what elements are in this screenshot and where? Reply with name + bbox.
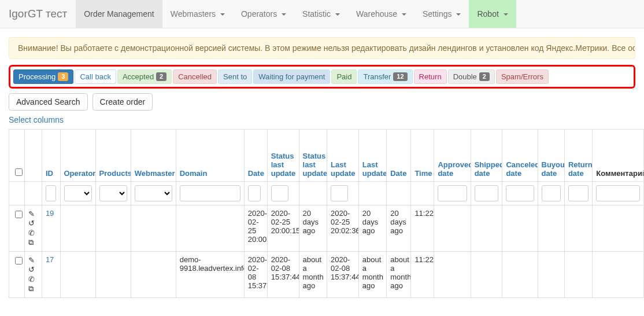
col-shipped-date[interactable]: Shipped date xyxy=(471,130,502,182)
filter-date[interactable] xyxy=(248,185,261,201)
call-icon[interactable]: ✆ xyxy=(28,275,38,284)
status-cancelled[interactable]: Cancelled xyxy=(173,69,217,84)
caret-icon xyxy=(220,13,225,16)
nav-statistic[interactable]: Statistic xyxy=(294,0,348,28)
filter-products[interactable] xyxy=(99,185,127,201)
filter-slu1[interactable] xyxy=(271,185,288,201)
badge: 12 xyxy=(393,72,407,81)
col-approved-date[interactable]: Approved date xyxy=(434,130,471,182)
col-canceled-date[interactable]: Canceled date xyxy=(502,130,538,182)
nav-webmasters[interactable]: Webmasters xyxy=(162,0,233,28)
demo-warning-alert: Внимание! Вы работаете с демонстрационно… xyxy=(9,37,635,59)
col-status-last-update1[interactable]: Status last update xyxy=(267,130,299,182)
toolbar: Advanced Search Create order xyxy=(9,93,635,111)
nav-order-management[interactable]: Order Management xyxy=(76,0,162,28)
select-all-checkbox[interactable] xyxy=(15,168,23,176)
nav-warehouse[interactable]: Warehouse xyxy=(348,0,414,28)
advanced-search-button[interactable]: Advanced Search xyxy=(9,93,88,111)
row-checkbox[interactable] xyxy=(15,257,23,264)
table-row: ✎ ↺ ✆ ⧉ 19 2020-02-25 20:00 2020-02-25 2… xyxy=(9,205,644,252)
create-order-button[interactable]: Create order xyxy=(92,93,153,111)
orders-table: ID Operator Products Webmaster Domain Da… xyxy=(9,129,644,298)
status-return[interactable]: Return xyxy=(414,69,447,84)
col-id[interactable]: ID xyxy=(42,130,60,182)
order-id-link[interactable]: 17 xyxy=(46,255,54,264)
history-icon[interactable]: ↺ xyxy=(28,219,38,227)
col-operator[interactable]: Operator xyxy=(60,130,95,182)
filter-domain[interactable] xyxy=(180,185,240,201)
order-id-link[interactable]: 19 xyxy=(46,209,54,218)
status-waiting[interactable]: Waiting for payment xyxy=(253,69,330,84)
call-icon[interactable]: ✆ xyxy=(28,229,38,237)
col-last-update1[interactable]: Last update xyxy=(327,130,358,182)
filter-id[interactable] xyxy=(46,185,56,201)
status-spam[interactable]: Spam/Errors xyxy=(496,69,549,84)
col-date[interactable]: Date xyxy=(244,130,267,182)
filter-webmaster[interactable] xyxy=(135,185,172,201)
edit-icon[interactable]: ✎ xyxy=(28,210,38,218)
select-columns-link[interactable]: Select columns xyxy=(9,115,64,124)
col-last-update2[interactable]: Last update xyxy=(358,130,386,182)
row-checkbox[interactable] xyxy=(15,211,23,218)
col-webmaster[interactable]: Webmaster xyxy=(131,130,176,182)
caret-icon xyxy=(504,13,508,16)
col-return-date[interactable]: Return date xyxy=(564,130,592,182)
top-navbar: IgorGT тест Order Management Webmasters … xyxy=(0,0,644,28)
copy-icon[interactable]: ⧉ xyxy=(28,238,38,247)
status-processing[interactable]: Processing3 xyxy=(13,69,73,84)
nav-settings[interactable]: Settings xyxy=(414,0,469,28)
col-status-last-update2[interactable]: Status last update xyxy=(299,130,327,182)
filter-comment[interactable] xyxy=(596,185,640,201)
col-domain[interactable]: Domain xyxy=(176,130,244,182)
filter-operator[interactable] xyxy=(64,185,92,201)
filter-shipped[interactable] xyxy=(475,185,499,201)
filter-lu1[interactable] xyxy=(331,185,348,201)
table-row: ✎ ↺ ✆ ⧉ 17 demo-9918.leadvertex.info 202… xyxy=(9,252,644,298)
badge: 2 xyxy=(156,72,166,81)
nav-operators[interactable]: Operators xyxy=(233,0,294,28)
history-icon[interactable]: ↺ xyxy=(28,266,38,274)
brand: IgorGT тест xyxy=(0,2,76,26)
col-time[interactable]: Time xyxy=(411,130,434,182)
col-products[interactable]: Products xyxy=(95,130,131,182)
status-callback[interactable]: Call back xyxy=(75,69,116,84)
nav-robot[interactable]: Robot xyxy=(469,0,516,28)
caret-icon xyxy=(456,13,461,16)
filter-approved[interactable] xyxy=(438,185,467,201)
status-accepted[interactable]: Accepted2 xyxy=(117,69,172,84)
status-sentto[interactable]: Sent to xyxy=(218,69,252,84)
status-filter-bar: Processing3 Call back Accepted2 Cancelle… xyxy=(9,65,635,89)
col-date2[interactable]: Date xyxy=(387,130,411,182)
caret-icon xyxy=(402,13,406,16)
filter-buyout[interactable] xyxy=(542,185,561,201)
badge: 2 xyxy=(479,72,490,81)
edit-icon[interactable]: ✎ xyxy=(28,256,38,264)
copy-icon[interactable]: ⧉ xyxy=(28,285,38,293)
status-transfer[interactable]: Transfer12 xyxy=(358,69,412,84)
filter-canceled[interactable] xyxy=(506,185,534,201)
col-comment[interactable]: Комментарий xyxy=(593,130,644,182)
caret-icon xyxy=(282,13,286,16)
status-double[interactable]: Double2 xyxy=(448,69,495,84)
col-buyout-date[interactable]: Buyout date xyxy=(538,130,564,182)
status-paid[interactable]: Paid xyxy=(331,69,357,84)
badge: 3 xyxy=(58,72,68,81)
filter-return[interactable] xyxy=(568,185,589,201)
caret-icon xyxy=(335,13,340,16)
